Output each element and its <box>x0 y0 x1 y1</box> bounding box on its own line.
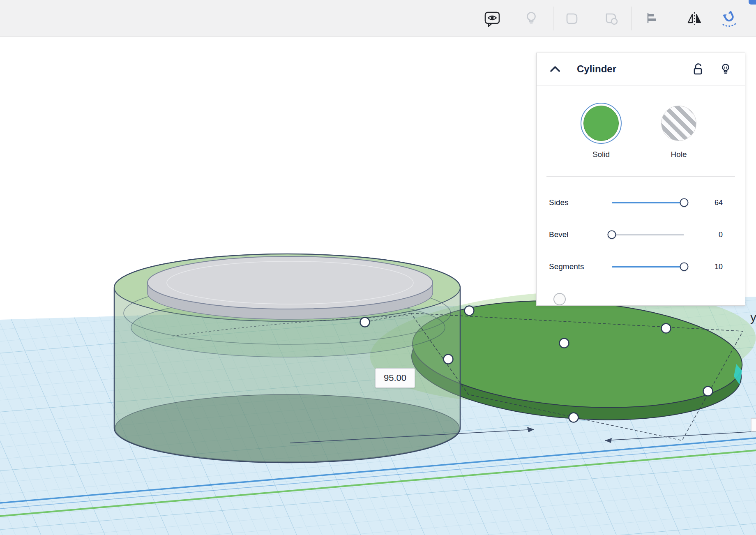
app-window: y 95.00 <box>0 0 756 535</box>
solid-label: Solid <box>574 150 628 159</box>
ungroup-icon[interactable] <box>602 9 620 28</box>
shape-inspector-panel: Cylinder Solid <box>536 53 745 306</box>
shape-parameters: Sides 64 Bevel 0 Segments 10 <box>537 177 745 283</box>
material-hole[interactable]: Hole <box>652 103 705 159</box>
lid-shape[interactable] <box>148 256 433 319</box>
scale-handle[interactable] <box>360 318 370 327</box>
rotate-handle-faded[interactable] <box>553 293 566 305</box>
mirror-icon[interactable] <box>685 9 704 28</box>
scale-handle[interactable] <box>569 413 579 422</box>
scale-handle[interactable] <box>465 306 474 316</box>
cylinder-shape[interactable] <box>114 254 460 463</box>
scale-handle[interactable] <box>560 339 569 348</box>
param-sides: Sides 64 <box>549 187 723 219</box>
sides-label: Sides <box>549 198 612 207</box>
sides-value: 64 <box>715 198 723 207</box>
corner-accent <box>749 0 756 5</box>
solid-swatch-circle[interactable] <box>583 106 619 141</box>
axis-label: y <box>750 310 756 324</box>
sides-slider-knob[interactable] <box>680 198 689 207</box>
segments-slider-knob[interactable] <box>680 263 689 271</box>
dimension-input[interactable]: 95.00 <box>375 368 415 388</box>
bevel-slider[interactable] <box>612 234 684 235</box>
scale-handle[interactable] <box>703 387 713 396</box>
collapse-chevron-icon[interactable] <box>548 64 562 74</box>
lightbulb-icon[interactable] <box>719 62 733 76</box>
inspector-header: Cylinder <box>537 53 745 85</box>
inspector-title: Cylinder <box>577 63 616 75</box>
lock-icon[interactable] <box>691 62 705 76</box>
snap-magnet-icon[interactable] <box>720 9 739 28</box>
segments-label: Segments <box>549 262 612 271</box>
group-icon[interactable] <box>563 9 582 28</box>
sides-slider[interactable] <box>612 202 684 203</box>
scale-handle[interactable] <box>444 355 453 364</box>
top-toolbar <box>0 0 756 37</box>
param-bevel: Bevel 0 <box>549 219 723 251</box>
material-solid[interactable]: Solid <box>574 103 628 159</box>
align-icon[interactable] <box>642 9 661 28</box>
toolbar-separator <box>632 7 632 30</box>
bevel-label: Bevel <box>549 230 612 239</box>
material-options: Solid Hole <box>537 85 745 159</box>
segments-value: 10 <box>715 263 723 271</box>
edge-dimension-box[interactable] <box>751 418 756 431</box>
view-visibility-icon[interactable] <box>483 9 502 28</box>
segments-slider[interactable] <box>612 266 684 268</box>
bevel-value: 0 <box>719 231 723 239</box>
toolbar-separator <box>553 7 553 30</box>
cylinder-bottom <box>115 394 459 462</box>
scale-handle[interactable] <box>662 324 671 333</box>
hole-label: Hole <box>652 150 705 159</box>
bevel-slider-knob[interactable] <box>608 231 616 239</box>
lightbulb-icon[interactable] <box>522 9 541 28</box>
param-segments: Segments 10 <box>549 251 723 283</box>
hole-swatch-circle[interactable] <box>661 106 696 141</box>
